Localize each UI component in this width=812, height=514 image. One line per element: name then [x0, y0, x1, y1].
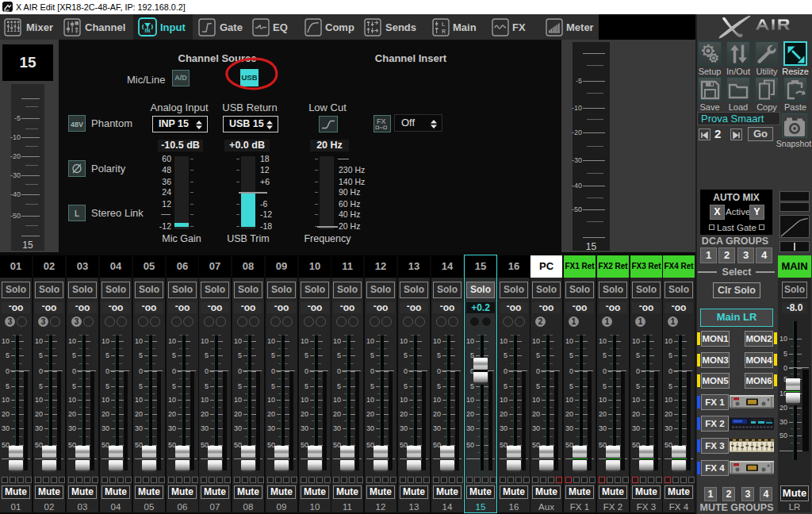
svg-text:IN: IN [145, 28, 151, 33]
svg-text:FX: FX [377, 117, 386, 125]
svg-text:L: L [442, 21, 446, 27]
svg-text:R: R [442, 29, 446, 34]
svg-text:AIR: AIR [4, 9, 10, 13]
